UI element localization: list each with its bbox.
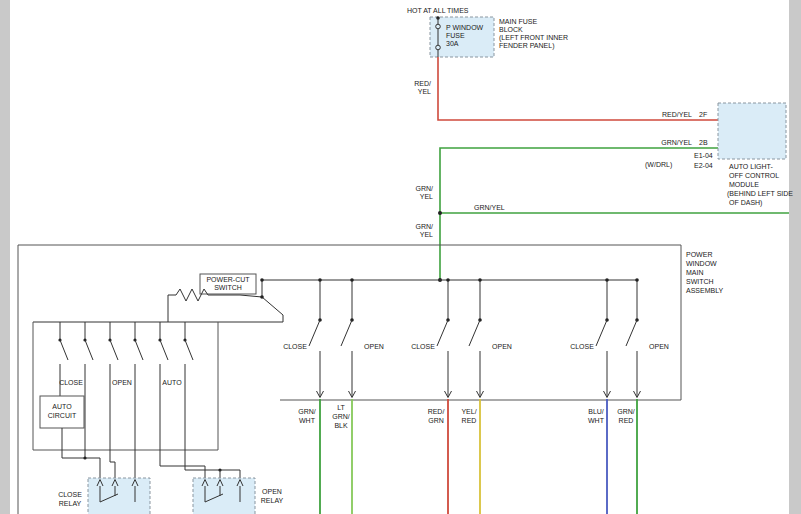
open-contact-label: OPEN [649, 343, 669, 350]
wire-label: RED/ [428, 408, 445, 415]
wire-label: RED/YEL [662, 111, 692, 118]
wire-label: WHT [588, 417, 605, 424]
switch-blade [185, 340, 193, 360]
control-module-section: AUTO LIGHT- OFF CONTROL MODULE (BEHIND L… [718, 103, 793, 207]
wire-label: YEL [420, 193, 433, 200]
assembly-caption: POWER [686, 251, 712, 258]
junction-dot [318, 278, 322, 282]
wiring-diagram-page: HOT AT ALL TIMES P WINDOW FUSE 30A MAIN … [0, 0, 801, 514]
switch-blade [60, 340, 68, 360]
switch-blade [85, 340, 93, 360]
note-label: (W/DRL) [645, 161, 672, 169]
junction-dot [260, 278, 264, 282]
close-contact-label: CLOSE [570, 343, 594, 350]
junction-dot [438, 211, 442, 215]
fuse-name: P WINDOW [446, 24, 484, 31]
pin-label: 2F [699, 111, 707, 118]
junction-dot [446, 278, 450, 282]
wire-label: RED/ [414, 80, 431, 87]
power-cut-label: POWER-CUT [206, 276, 250, 283]
wire-label: YEL [418, 88, 431, 95]
open-contact-label: OPEN [492, 343, 512, 350]
close-relay-box [88, 478, 150, 514]
wire-label: BLU/ [588, 408, 604, 415]
assembly-caption: MAIN [686, 269, 704, 276]
window-switch-group-2: CLOSE OPEN [411, 278, 512, 397]
driver-close-label: CLOSE [59, 379, 83, 386]
switch-blade [437, 320, 448, 346]
switch-blade [160, 340, 168, 360]
junction-dot [350, 278, 354, 282]
pin-label: E2-04 [694, 162, 713, 169]
module-caption: OF DASH) [729, 199, 762, 207]
fuse-name: FUSE [446, 32, 465, 39]
switch-blade [341, 320, 352, 346]
wire-grn-yel [440, 148, 718, 280]
driver-auto-label: AUTO [162, 379, 182, 386]
auto-circuit: AUTO CIRCUIT [40, 396, 100, 478]
close-contact-label: CLOSE [283, 343, 307, 350]
wiring-diagram-canvas: HOT AT ALL TIMES P WINDOW FUSE 30A MAIN … [0, 0, 801, 514]
wire-label: GRN/YEL [661, 139, 692, 146]
close-relay-label: RELAY [59, 500, 82, 507]
window-switch-group-1: CLOSE OPEN [283, 278, 384, 397]
fuse-block-caption: MAIN FUSE [499, 18, 537, 25]
left-margin [0, 0, 10, 514]
fuse-rating: 30A [446, 40, 459, 47]
driver-master-switch: CLOSE OPEN AUTO [33, 322, 240, 478]
fuse-block-caption: FENDER PANEL) [499, 42, 555, 50]
open-relay: OPEN RELAY [193, 478, 284, 514]
wire-label: YEL/ [461, 408, 476, 415]
wire-label: WHT [299, 417, 316, 424]
open-contact-label: OPEN [364, 343, 384, 350]
fuse-section: HOT AT ALL TIMES P WINDOW FUSE 30A MAIN … [407, 7, 568, 57]
wire-label: RED [619, 417, 634, 424]
module-caption: MODULE [729, 181, 759, 188]
wire-label: GRN/ [617, 408, 635, 415]
assembly-caption: ASSEMBLY [686, 287, 724, 294]
switch-blade [596, 320, 607, 346]
auto-circuit-label: AUTO [52, 403, 72, 410]
junction-dot [83, 456, 86, 459]
assembly-caption: SWITCH [686, 278, 714, 285]
fuse-block-caption: BLOCK [499, 26, 523, 33]
module-caption: (BEHIND LEFT SIDE [727, 190, 793, 198]
wire-label: YEL [420, 231, 433, 238]
switch-blade [626, 320, 637, 346]
main-switch-assembly: POWER WINDOW MAIN SWITCH ASSEMBLY POWER-… [18, 245, 724, 514]
wire-label: BLK [334, 422, 348, 429]
module-caption: OFF CONTROL [729, 172, 779, 179]
wire-label: GRN/ [298, 408, 316, 415]
pin-label: E1-04 [694, 152, 713, 159]
wire-label: GRN/ [416, 185, 434, 192]
junction-dot [478, 278, 482, 282]
power-cut-label: SWITCH [214, 284, 242, 291]
wire-labels-top: RED/ YEL RED/YEL 2F GRN/YEL 2B E1-04 E2-… [414, 80, 713, 238]
control-module-box [718, 103, 786, 159]
junction-dot [605, 278, 609, 282]
switch-blade [309, 320, 320, 346]
switch-blade [262, 297, 283, 315]
close-relay: CLOSE RELAY [58, 478, 150, 514]
wire-label: LT [337, 404, 345, 411]
driver-open-label: OPEN [112, 379, 132, 386]
window-switch-group-3: CLOSE OPEN [570, 278, 669, 397]
open-relay-label: OPEN [262, 488, 282, 495]
switch-blade [135, 340, 143, 360]
power-cut-switch: POWER-CUT SWITCH [168, 274, 283, 322]
close-relay-label: CLOSE [58, 491, 82, 498]
wire-label: GRN/ [416, 223, 434, 230]
wire-label: GRN/YEL [474, 204, 505, 211]
wire-label: GRN [428, 417, 444, 424]
open-relay-box [193, 478, 255, 514]
right-margin [789, 0, 801, 514]
output-wire [185, 364, 240, 478]
switch-blade [110, 340, 118, 360]
auto-circuit-label: CIRCUIT [48, 412, 77, 419]
close-contact-label: CLOSE [411, 343, 435, 350]
assembly-caption: WINDOW [686, 260, 717, 267]
switch-blade [469, 320, 480, 346]
module-caption: AUTO LIGHT- [729, 163, 773, 170]
hot-at-all-times-label: HOT AT ALL TIMES [407, 7, 469, 14]
junction-dot [260, 295, 264, 299]
